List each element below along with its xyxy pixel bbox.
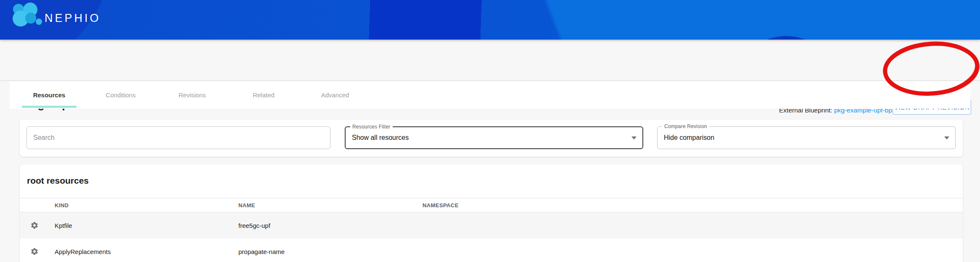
tab-conditions[interactable]: Conditions bbox=[85, 81, 156, 109]
section-title: root resources bbox=[27, 176, 89, 186]
table-row[interactable]: ApplyReplacements propagate-name bbox=[20, 238, 963, 262]
tab-resources[interactable]: Resources bbox=[13, 81, 85, 109]
compare-revision-label: Compare Revision bbox=[662, 123, 709, 129]
dropdown-arrow-icon bbox=[631, 136, 637, 139]
table-row[interactable]: Kptfile free5gc-upf bbox=[20, 212, 963, 238]
cell-kind: ApplyReplacements bbox=[55, 248, 238, 255]
settings-gear-icon[interactable] bbox=[30, 247, 39, 256]
settings-gear-icon[interactable] bbox=[30, 221, 39, 230]
column-header-kind: KIND bbox=[55, 202, 238, 209]
logo-wordmark: NEPHIO bbox=[45, 12, 101, 25]
tab-related[interactable]: Related bbox=[228, 81, 299, 109]
column-header-name: NAME bbox=[238, 202, 423, 209]
logo-circle bbox=[25, 13, 36, 24]
tab-advanced[interactable]: Advanced bbox=[299, 81, 371, 109]
page-header: Package Management/edge02/free5gc-upf v1… bbox=[0, 40, 980, 81]
nephio-logo[interactable]: NEPHIO bbox=[0, 0, 135, 40]
resources-filter-select[interactable]: Resources Filter Show all resources bbox=[345, 126, 643, 149]
cell-kind: Kptfile bbox=[55, 222, 238, 229]
resources-filter-value: Show all resources bbox=[352, 134, 409, 142]
search-input[interactable] bbox=[26, 126, 330, 149]
compare-revision-select[interactable]: Compare Revision Hide comparison bbox=[657, 126, 956, 149]
compare-revision-value: Hide comparison bbox=[664, 134, 714, 142]
column-header-namespace: NAMESPACE bbox=[423, 202, 963, 209]
resources-filter-label: Resources Filter bbox=[350, 124, 393, 130]
tab-revisions[interactable]: Revisions bbox=[156, 81, 228, 109]
app-header: NEPHIO bbox=[0, 0, 980, 40]
cell-name: free5gc-upf bbox=[238, 222, 423, 229]
cell-name: propagate-name bbox=[238, 248, 423, 255]
filter-card: Resources Filter Show all resources Comp… bbox=[20, 120, 963, 157]
logo-circle bbox=[36, 19, 42, 25]
tabs-bar: Resources Conditions Revisions Related A… bbox=[10, 81, 970, 109]
table-header-row: KIND NAME NAMESPACE bbox=[20, 198, 963, 212]
resources-table-card: root resources KIND NAME NAMESPACE Kptfi… bbox=[20, 164, 963, 262]
resources-table: KIND NAME NAMESPACE Kptfile free5gc-upf … bbox=[20, 198, 963, 262]
dropdown-arrow-icon bbox=[944, 136, 949, 139]
